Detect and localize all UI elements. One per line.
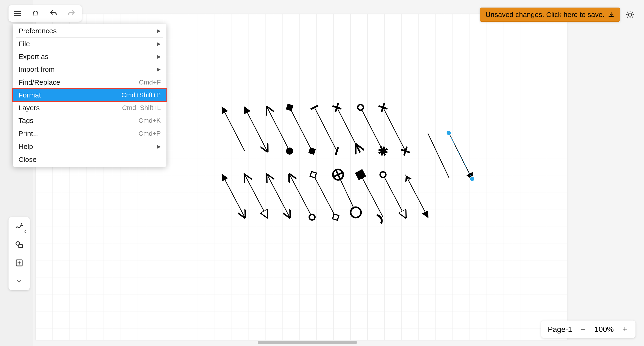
svg-line-38 — [338, 175, 356, 212]
svg-line-57 — [632, 12, 633, 12]
svg-line-25 — [222, 107, 245, 151]
svg-point-45 — [446, 131, 451, 135]
top-right-controls: Unsaved changes. Click here to save. — [480, 7, 636, 22]
menu-item-label: Close — [18, 156, 37, 164]
menu-item-label: Help — [18, 143, 33, 151]
svg-line-43 — [449, 133, 472, 179]
plus-square-icon — [15, 259, 23, 267]
shapes-icon — [15, 240, 24, 249]
menu-item-label: Format — [18, 91, 41, 99]
redo-icon — [67, 9, 76, 18]
chevron-right-icon: ▶ — [157, 66, 161, 72]
menu-item-shortcut: Cmd+F — [139, 79, 161, 86]
svg-line-31 — [360, 107, 383, 151]
menu-item-label: Find/Replace — [18, 78, 60, 86]
menu-item-layers[interactable]: LayersCmd+Shift+L — [13, 102, 166, 114]
svg-line-37 — [313, 175, 336, 217]
svg-line-41 — [406, 175, 428, 217]
svg-line-40 — [383, 175, 406, 217]
menu-item-shortcut: Cmd+P — [138, 130, 161, 137]
menu-item-close[interactable]: Close — [13, 153, 166, 166]
menu-item-print[interactable]: Print...Cmd+P — [13, 127, 166, 140]
menu-item-shortcut: Cmd+Shift+P — [121, 91, 161, 99]
zoom-out-button[interactable]: − — [579, 324, 587, 334]
menu-item-label: Import from — [18, 65, 54, 73]
trash-icon — [32, 10, 39, 17]
menu-item-help[interactable]: Help▶ — [13, 140, 166, 153]
zoom-level[interactable]: 100% — [594, 325, 614, 334]
freehand-x-label: x — [24, 229, 26, 234]
scrollbar-thumb[interactable] — [258, 341, 357, 344]
redo-button[interactable] — [66, 8, 77, 19]
svg-line-36 — [290, 175, 312, 217]
menu-item-file[interactable]: File▶ — [13, 37, 166, 50]
chevron-right-icon: ▶ — [157, 28, 161, 34]
svg-rect-48 — [19, 244, 22, 248]
save-banner-text: Unsaved changes. Click here to save. — [485, 11, 604, 19]
menu-item-label: Layers — [18, 104, 40, 112]
menu-item-label: File — [18, 40, 30, 48]
svg-line-29 — [314, 107, 337, 151]
menu-item-shortcut: Cmd+Shift+L — [122, 104, 161, 112]
chevron-right-icon: ▶ — [157, 41, 161, 47]
download-icon — [608, 11, 614, 18]
menu-item-label: Export as — [18, 53, 48, 61]
svg-line-35 — [267, 175, 290, 217]
menu-item-import-from[interactable]: Import from▶ — [13, 63, 166, 76]
menu-item-label: Print... — [18, 130, 39, 138]
horizontal-scrollbar[interactable] — [36, 341, 571, 345]
menu-item-find-replace[interactable]: Find/ReplaceCmd+F — [13, 76, 166, 89]
svg-line-27 — [267, 107, 290, 151]
menu-item-export-as[interactable]: Export as▶ — [13, 50, 166, 63]
svg-line-33 — [222, 175, 245, 217]
save-banner[interactable]: Unsaved changes. Click here to save. — [480, 7, 620, 22]
svg-line-42 — [428, 133, 449, 178]
svg-line-55 — [628, 12, 628, 12]
svg-line-26 — [245, 107, 267, 151]
svg-line-39 — [360, 175, 383, 217]
menu-item-tags[interactable]: TagsCmd+K — [13, 114, 166, 127]
undo-icon — [49, 9, 58, 18]
page-selector[interactable]: Page-1 — [548, 325, 572, 334]
hamburger-icon — [14, 9, 22, 17]
top-toolbar — [8, 5, 82, 22]
chevron-right-icon: ▶ — [157, 144, 161, 150]
status-bar: Page-1 − 100% + — [541, 321, 636, 338]
pencil-icon — [15, 222, 24, 230]
freehand-tool[interactable]: x — [14, 220, 25, 232]
zoom-in-button[interactable]: + — [621, 324, 629, 334]
svg-line-56 — [632, 17, 633, 17]
svg-line-44 — [449, 133, 472, 179]
svg-point-46 — [470, 176, 474, 181]
svg-point-50 — [628, 13, 632, 16]
sun-icon — [626, 10, 634, 19]
menu-item-shortcut: Cmd+K — [138, 117, 161, 124]
appearance-toggle[interactable] — [624, 9, 636, 20]
side-toolbar: x — [8, 217, 30, 290]
shapes-tool[interactable] — [14, 239, 25, 250]
svg-line-28 — [290, 107, 312, 151]
menu-item-preferences[interactable]: Preferences▶ — [13, 24, 166, 37]
delete-button[interactable] — [30, 8, 41, 19]
undo-button[interactable] — [48, 8, 59, 19]
svg-line-30 — [337, 107, 359, 151]
toolbar-expand[interactable] — [14, 276, 25, 287]
menu-item-label: Tags — [18, 117, 33, 125]
main-menu-button[interactable] — [12, 8, 23, 19]
chevron-down-icon — [16, 278, 22, 285]
svg-line-58 — [628, 17, 628, 17]
svg-line-32 — [383, 107, 406, 151]
menu-item-format[interactable]: FormatCmd+Shift+P — [13, 89, 166, 102]
svg-line-34 — [245, 175, 267, 217]
menu-item-label: Preferences — [18, 27, 57, 35]
main-menu: Preferences▶File▶Export as▶Import from▶F… — [13, 24, 166, 167]
insert-tool[interactable] — [14, 257, 25, 269]
chevron-right-icon: ▶ — [157, 54, 161, 60]
